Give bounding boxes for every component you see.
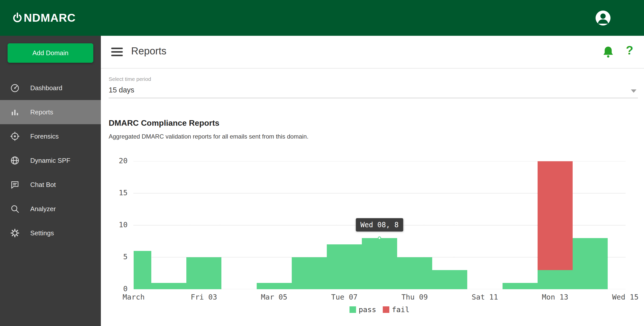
time-period-value: 15 days (109, 86, 638, 94)
time-period-select[interactable]: Select time period 15 days (109, 76, 638, 98)
sidebar: Add Domain Dashboard Reports (0, 36, 101, 326)
legend-label-fail: fail (392, 305, 409, 314)
y-tick-label: 5 (123, 252, 128, 261)
x-tick-label: Mar 05 (261, 293, 287, 301)
chart-legend: pass fail (134, 305, 625, 314)
hamburger-menu-icon[interactable] (111, 48, 123, 56)
search-icon (10, 204, 20, 214)
x-tick-label: Wed 15 (612, 293, 639, 301)
notification-bell-icon[interactable] (602, 45, 615, 59)
chart-bar-pass[interactable] (503, 283, 538, 289)
app-header: NDMARC (0, 0, 644, 36)
sidebar-item-label: Forensics (30, 133, 59, 140)
power-o-icon (12, 12, 23, 24)
chart-y-axis: 05101520 (101, 161, 128, 289)
sidebar-item-label: Settings (30, 229, 54, 237)
chart-bar-pass[interactable] (397, 257, 432, 289)
sidebar-item-label: Analyzer (30, 205, 56, 213)
sidebar-item-chat-bot[interactable]: Chat Bot (0, 173, 101, 197)
chart-bar-pass[interactable] (362, 238, 397, 289)
sidebar-item-label: Dashboard (30, 84, 62, 92)
legend-label-pass: pass (359, 305, 376, 314)
sidebar-item-settings[interactable]: Settings (0, 221, 101, 245)
chart-bar-pass[interactable] (134, 251, 151, 289)
x-tick-label: Fri 03 (191, 293, 217, 301)
sidebar-item-reports[interactable]: Reports (0, 100, 101, 124)
sidebar-item-analyzer[interactable]: Analyzer (0, 197, 101, 221)
sidebar-item-label: Reports (30, 108, 53, 116)
chart-bar-pass[interactable] (538, 270, 573, 289)
sidebar-item-label: Chat Bot (30, 181, 56, 189)
user-avatar[interactable] (596, 11, 610, 25)
chart-bar-pass[interactable] (327, 244, 362, 289)
y-tick-label: 10 (119, 220, 128, 229)
chart-bar-fail[interactable] (538, 161, 573, 270)
page-title: Reports (131, 45, 166, 57)
bar-chart-icon (10, 107, 20, 117)
y-tick-label: 15 (119, 188, 128, 197)
x-tick-label: Sat 11 (472, 293, 498, 301)
time-period-label: Select time period (109, 76, 638, 82)
toolbar-divider (101, 68, 644, 69)
y-tick-label: 0 (123, 284, 128, 293)
section-title: DMARC Compliance Reports (109, 118, 219, 128)
legend-swatch (349, 306, 356, 313)
legend-swatch (383, 306, 389, 313)
chart-bar-pass[interactable] (257, 283, 292, 289)
y-tick-label: 20 (119, 156, 128, 165)
chart-bar-pass[interactable] (573, 238, 608, 289)
brand-logo: NDMARC (12, 0, 76, 36)
chart-bar-pass[interactable] (432, 270, 467, 289)
compliance-chart: 05101520 MarchFri 03Mar 05Tue 07Thu 09Sa… (134, 161, 625, 289)
sidebar-item-dashboard[interactable]: Dashboard (0, 76, 101, 100)
sidebar-item-forensics[interactable]: Forensics (0, 124, 101, 148)
globe-icon (10, 156, 20, 165)
sidebar-menu: Dashboard Reports (0, 76, 101, 245)
help-button[interactable]: ? (626, 43, 633, 57)
person-icon (596, 11, 610, 25)
main-content: Reports ? Select time period 15 days DMA… (101, 36, 644, 326)
chevron-down-icon (631, 89, 636, 93)
x-tick-label: Thu 09 (401, 293, 428, 301)
chart-bar-pass[interactable] (151, 283, 186, 289)
chart-bar-pass[interactable] (186, 257, 221, 289)
x-tick-label: March (123, 293, 144, 301)
x-tick-label: Mon 13 (542, 293, 568, 301)
gear-icon (10, 228, 20, 238)
sidebar-item-dynamic-spf[interactable]: Dynamic SPF (0, 148, 101, 173)
chart-x-axis: MarchFri 03Mar 05Tue 07Thu 09Sat 11Mon 1… (134, 293, 625, 303)
chat-icon (10, 180, 20, 189)
brand-name: NDMARC (24, 11, 76, 24)
x-tick-label: Tue 07 (331, 293, 358, 301)
add-domain-button[interactable]: Add Domain (8, 43, 93, 63)
sidebar-item-label: Dynamic SPF (30, 157, 70, 165)
chart-marker (378, 236, 381, 240)
chart-tooltip: Wed 08, 8 (356, 218, 403, 232)
target-icon (10, 132, 20, 141)
chart-bar-pass[interactable] (292, 257, 327, 289)
gauge-icon (10, 83, 20, 93)
section-subtitle: Aggregated DMARC validation reports for … (109, 133, 308, 140)
